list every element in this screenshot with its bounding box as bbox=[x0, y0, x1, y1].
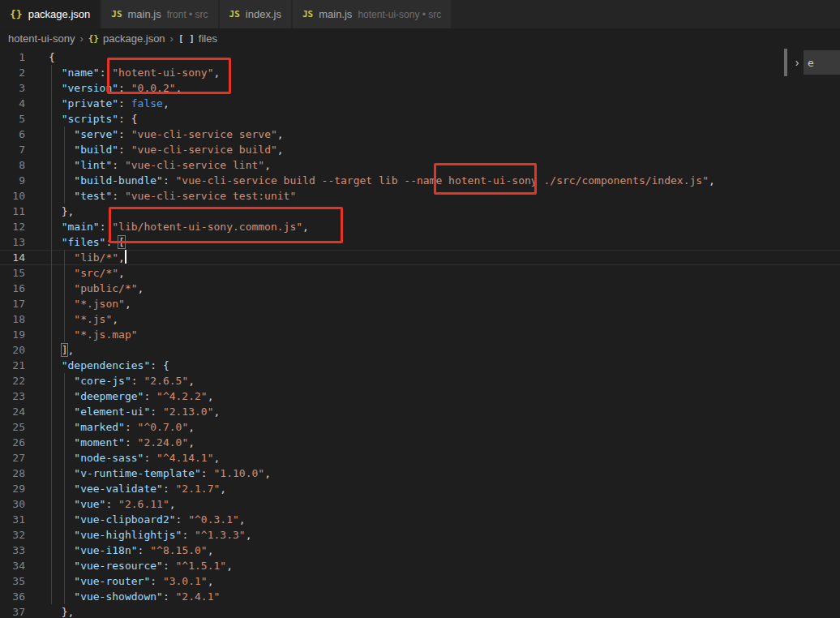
code-line-19[interactable]: 19 "*.js.map" bbox=[0, 327, 840, 342]
code-line-7[interactable]: 7 "build": "vue-cli-service build", bbox=[0, 142, 840, 157]
line-number[interactable]: 21 bbox=[0, 358, 25, 373]
code-text[interactable]: "vue-i18n": "^8.15.0", bbox=[25, 543, 214, 558]
code-line-15[interactable]: 15 "src/*", bbox=[0, 265, 840, 281]
code-line-3[interactable]: 3 "version": "0.0.2", bbox=[0, 80, 840, 96]
code-text[interactable]: "test": "vue-cli-service test:unit" bbox=[25, 188, 296, 204]
editor-split-divider[interactable] bbox=[784, 49, 787, 76]
line-number[interactable]: 35 bbox=[0, 573, 25, 589]
code-line-8[interactable]: 8 "lint": "vue-cli-service lint", bbox=[0, 157, 840, 173]
code-text[interactable]: "vue-showdown": "2.4.1" bbox=[25, 589, 220, 604]
line-number[interactable]: 3 bbox=[0, 80, 25, 96]
code-text[interactable]: "*.js", bbox=[25, 311, 118, 327]
code-line-33[interactable]: 33 "vue-i18n": "^8.15.0", bbox=[0, 543, 840, 558]
line-number[interactable]: 29 bbox=[0, 481, 25, 496]
line-number[interactable]: 5 bbox=[0, 111, 25, 127]
code-text[interactable]: "version": "0.0.2", bbox=[25, 80, 182, 96]
code-line-12[interactable]: 12 "main": "lib/hotent-ui-sony.common.js… bbox=[0, 219, 840, 234]
line-number[interactable]: 1 bbox=[0, 49, 25, 65]
breadcrumb-item-package-json[interactable]: {}package.json bbox=[88, 32, 165, 45]
code-text[interactable]: "files": [ bbox=[25, 234, 125, 250]
code-line-16[interactable]: 16 "public/*", bbox=[0, 281, 840, 296]
code-text[interactable]: "name": "hotent-ui-sony", bbox=[25, 65, 220, 80]
line-number[interactable]: 27 bbox=[0, 450, 25, 466]
line-number[interactable]: 28 bbox=[0, 466, 25, 481]
code-line-14[interactable]: 14 "lib/*", bbox=[0, 250, 840, 265]
line-number[interactable]: 14 bbox=[0, 250, 25, 265]
line-number[interactable]: 24 bbox=[0, 404, 25, 419]
line-number[interactable]: 17 bbox=[0, 296, 25, 311]
tab-main-js-1[interactable]: JSmain.jsfront • src bbox=[101, 0, 217, 28]
line-number[interactable]: 30 bbox=[0, 496, 25, 512]
line-number[interactable]: 16 bbox=[0, 281, 25, 296]
breadcrumb-item-files[interactable]: [ ]files bbox=[178, 32, 217, 45]
code-line-22[interactable]: 22 "core-js": "2.6.5", bbox=[0, 373, 840, 388]
code-text[interactable]: { bbox=[25, 49, 55, 65]
line-number[interactable]: 23 bbox=[0, 388, 25, 404]
code-line-25[interactable]: 25 "marked": "^0.7.0", bbox=[0, 419, 840, 435]
code-line-10[interactable]: 10 "test": "vue-cli-service test:unit" bbox=[0, 188, 840, 204]
code-line-23[interactable]: 23 "deepmerge": "^4.2.2", bbox=[0, 388, 840, 404]
code-text[interactable]: }, bbox=[25, 204, 74, 219]
code-line-36[interactable]: 36 "vue-showdown": "2.4.1" bbox=[0, 589, 840, 604]
code-editor[interactable]: 1{2 "name": "hotent-ui-sony",3 "version"… bbox=[0, 49, 840, 618]
code-text[interactable]: "deepmerge": "^4.2.2", bbox=[25, 388, 214, 404]
code-text[interactable]: "node-sass": "^4.14.1", bbox=[25, 450, 220, 466]
code-line-18[interactable]: 18 "*.js", bbox=[0, 311, 840, 327]
line-number[interactable]: 12 bbox=[0, 219, 25, 234]
tab-index-js-2[interactable]: JSindex.js bbox=[220, 0, 291, 28]
code-text[interactable]: "public/*", bbox=[25, 281, 144, 296]
line-number[interactable]: 26 bbox=[0, 435, 25, 450]
line-number[interactable]: 15 bbox=[0, 265, 25, 281]
line-number[interactable]: 8 bbox=[0, 157, 25, 173]
code-text[interactable]: "scripts": { bbox=[25, 111, 138, 127]
line-number[interactable]: 32 bbox=[0, 527, 25, 543]
code-line-24[interactable]: 24 "element-ui": "2.13.0", bbox=[0, 404, 840, 419]
code-line-35[interactable]: 35 "vue-router": "3.0.1", bbox=[0, 573, 840, 589]
code-text[interactable]: ], bbox=[25, 342, 74, 358]
code-line-27[interactable]: 27 "node-sass": "^4.14.1", bbox=[0, 450, 840, 466]
code-line-20[interactable]: 20 ], bbox=[0, 342, 840, 358]
code-text[interactable]: "lib/*", bbox=[25, 250, 125, 265]
code-text[interactable]: "dependencies": { bbox=[25, 358, 169, 373]
code-text[interactable]: "vue-highlightjs": "^1.3.3", bbox=[25, 527, 251, 543]
tab-main-js-3[interactable]: JSmain.jshotent-ui-sony • src bbox=[293, 0, 451, 28]
line-number[interactable]: 10 bbox=[0, 188, 25, 204]
code-text[interactable]: "vee-validate": "2.1.7", bbox=[25, 481, 226, 496]
code-text[interactable]: "src/*", bbox=[25, 265, 125, 281]
code-text[interactable]: "vue-clipboard2": "^0.3.1", bbox=[25, 512, 246, 527]
line-number[interactable]: 6 bbox=[0, 127, 25, 142]
line-number[interactable]: 36 bbox=[0, 589, 25, 604]
code-text[interactable]: "vue-router": "3.0.1", bbox=[25, 573, 214, 589]
code-line-28[interactable]: 28 "v-runtime-template": "1.10.0", bbox=[0, 466, 840, 481]
line-number[interactable]: 19 bbox=[0, 327, 25, 342]
code-line-17[interactable]: 17 "*.json", bbox=[0, 296, 840, 311]
code-line-29[interactable]: 29 "vee-validate": "2.1.7", bbox=[0, 481, 840, 496]
tab-package-json-0[interactable]: {}package.json bbox=[0, 0, 100, 28]
code-line-32[interactable]: 32 "vue-highlightjs": "^1.3.3", bbox=[0, 527, 840, 543]
code-line-34[interactable]: 34 "vue-resource": "^1.5.1", bbox=[0, 558, 840, 573]
breadcrumb-item-hotent-ui-sony[interactable]: hotent-ui-sony bbox=[8, 32, 75, 45]
code-line-2[interactable]: 2 "name": "hotent-ui-sony", bbox=[0, 65, 840, 80]
code-line-13[interactable]: 13 "files": [ bbox=[0, 234, 840, 250]
line-number[interactable]: 13 bbox=[0, 234, 25, 250]
code-text[interactable]: "*.json", bbox=[25, 296, 131, 311]
code-text[interactable]: "v-runtime-template": "1.10.0", bbox=[25, 466, 271, 481]
code-line-31[interactable]: 31 "vue-clipboard2": "^0.3.1", bbox=[0, 512, 840, 527]
code-line-5[interactable]: 5 "scripts": { bbox=[0, 111, 840, 127]
line-number[interactable]: 2 bbox=[0, 65, 25, 80]
line-number[interactable]: 33 bbox=[0, 543, 25, 558]
code-text[interactable]: "build-bundle": "vue-cli-service build -… bbox=[25, 173, 715, 188]
line-number[interactable]: 18 bbox=[0, 311, 25, 327]
code-line-4[interactable]: 4 "private": false, bbox=[0, 96, 840, 111]
code-line-21[interactable]: 21 "dependencies": { bbox=[0, 358, 840, 373]
line-number[interactable]: 7 bbox=[0, 142, 25, 157]
line-number[interactable]: 11 bbox=[0, 204, 25, 219]
code-line-11[interactable]: 11 }, bbox=[0, 204, 840, 219]
code-text[interactable]: "element-ui": "2.13.0", bbox=[25, 404, 220, 419]
code-line-37[interactable]: 37 }, bbox=[0, 604, 840, 618]
code-line-26[interactable]: 26 "moment": "2.24.0", bbox=[0, 435, 840, 450]
code-line-30[interactable]: 30 "vue": "2.6.11", bbox=[0, 496, 840, 512]
code-text[interactable]: "*.js.map" bbox=[25, 327, 138, 342]
line-number[interactable]: 31 bbox=[0, 512, 25, 527]
line-number[interactable]: 37 bbox=[0, 604, 25, 618]
